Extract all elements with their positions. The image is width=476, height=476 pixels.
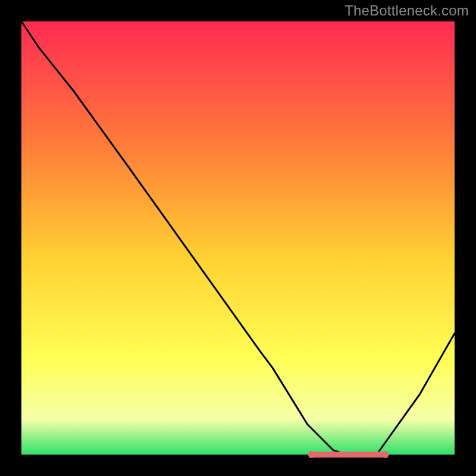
chart-frame: TheBottleneck.com (0, 0, 476, 476)
highlight-dot-right (382, 451, 389, 458)
chart-svg (0, 0, 476, 476)
watermark-text: TheBottleneck.com (345, 2, 469, 19)
highlight-dot-left (308, 451, 315, 458)
plot-background (21, 21, 455, 455)
